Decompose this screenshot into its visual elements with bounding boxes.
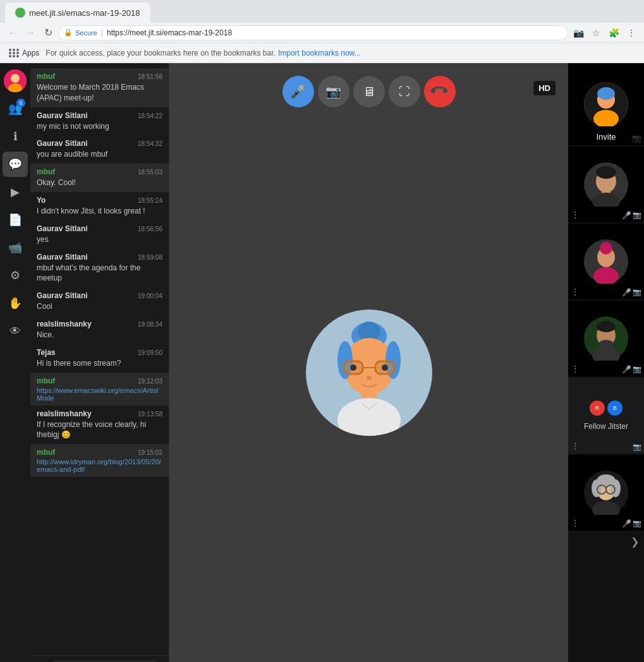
tile-icons: 🎤 📷 — [622, 211, 641, 220]
message-sender: Gaurav Sitlani — [37, 224, 88, 233]
participant-avatar — [584, 239, 628, 284]
sidebar-item-chat[interactable]: 💬 — [3, 152, 28, 177]
mic-muted-icon: 🎤 — [622, 288, 631, 297]
list-item: realslimshanky 19:08:34 Nice. — [30, 316, 169, 344]
participant-tile: ⋮ 🎤 📷 — [568, 147, 644, 222]
mic-icon: 🎤 — [290, 84, 306, 99]
tile-menu-button[interactable]: ⋮ — [571, 287, 580, 297]
browser-tab[interactable]: meet.jit.si/emacs-mar-19-2018 — [5, 3, 150, 23]
tab-favicon — [15, 8, 25, 18]
sidebar-item-settings[interactable]: ⚙ — [3, 263, 28, 288]
hangup-button[interactable]: 📞 — [424, 76, 456, 107]
participant-avatar — [584, 316, 628, 361]
tile-menu-button[interactable]: ⋮ — [571, 364, 580, 374]
hd-badge[interactable]: HD — [533, 81, 556, 95]
tile-menu-button[interactable]: ⋮ — [571, 518, 580, 528]
nav-bar: ← → ↻ 🔒 Secure | https://meet.jit.si/ema… — [0, 23, 644, 43]
microphone-button[interactable]: 🎤 — [283, 76, 314, 107]
message-sender: mbuf — [37, 376, 55, 385]
tile-icons: 📷 — [633, 443, 641, 451]
invite-button[interactable]: Invite — [568, 128, 644, 145]
list-item: Gaurav Sitlani 18:59:08 mbuf what's the … — [30, 249, 169, 288]
sidebar-item-document[interactable]: 📄 — [3, 207, 28, 232]
sidebar-item-video[interactable]: 📹 — [3, 235, 28, 260]
video-controls: 🎤 📷 🖥 ⛶ 📞 — [283, 76, 456, 107]
message-time: 19:08:34 — [138, 321, 162, 328]
tile-menu-button[interactable]: ⋮ — [571, 441, 580, 451]
extension-button[interactable]: 🧩 — [606, 25, 621, 40]
message-header: Gaurav Sitlani 18:54:22 — [37, 111, 162, 120]
svg-point-15 — [382, 364, 388, 371]
document-icon: 📄 — [8, 213, 22, 227]
hangup-icon: 📞 — [428, 81, 451, 103]
speaker-video — [169, 63, 568, 662]
address-bar[interactable]: 🔒 Secure | https://meet.jit.si/emacs-mar… — [58, 25, 568, 40]
message-sender: realslimshanky — [37, 409, 92, 418]
message-link[interactable]: http://www.idryman.org/blog/2013/05/20/e… — [37, 458, 162, 473]
chat-messages-list: mbuf 18:51:58 Welcome to March 2018 Emac… — [30, 63, 169, 655]
menu-button[interactable]: ⋮ — [624, 25, 639, 40]
list-item: mbuf 19:12:03 https://www.emacswiki.org/… — [30, 373, 169, 406]
tile-icons: 🎤 📷 — [622, 519, 641, 528]
fullscreen-button[interactable]: ⛶ — [389, 76, 420, 107]
message-time: 19:15:02 — [138, 449, 162, 456]
import-bookmarks-link[interactable]: Import bookmarks now... — [278, 49, 361, 57]
tile-menu-button[interactable]: ⋮ — [571, 210, 580, 220]
secure-icon: 🔒 — [64, 28, 73, 37]
sidebar-item-eye[interactable]: 👁 — [3, 318, 28, 344]
message-header: Tejas 19:09:50 — [37, 348, 162, 357]
sidebar-item-info[interactable]: ℹ — [3, 124, 28, 149]
list-item: mbuf 19:15:02 http://www.idryman.org/blo… — [30, 444, 169, 477]
nav-actions: 📷 ☆ 🧩 ⋮ — [571, 25, 639, 40]
message-header: realslimshanky 19:08:34 — [37, 320, 162, 328]
message-sender: Yo — [37, 196, 46, 205]
chat-panel: mbuf 18:51:58 Welcome to March 2018 Emac… — [30, 63, 169, 662]
message-time: 18:55:24 — [138, 197, 162, 204]
svg-point-22 — [597, 87, 615, 100]
apps-button[interactable]: Apps — [5, 47, 43, 59]
list-item: Gaurav Sitlani 18:54:22 my mic is not wo… — [30, 107, 169, 136]
list-item: Yo 18:55:24 I didn't know Jitsi, it look… — [30, 192, 169, 220]
sidebar-item-participants[interactable]: 👥 6 — [3, 96, 28, 121]
message-text: Cool — [37, 301, 162, 312]
message-text: Nice. — [37, 330, 162, 340]
camera-muted-icon: 📷 — [633, 365, 641, 374]
mini-avatar: R — [590, 400, 605, 416]
message-text: If I recognize the voice clearly, hi the… — [37, 419, 162, 441]
message-text: Welcome to March 2018 Emacs (APAC) meet-… — [37, 82, 162, 104]
message-sender: Gaurav Sitlani — [37, 291, 88, 300]
message-time: 18:54:32 — [138, 140, 162, 147]
avatar-button[interactable] — [3, 68, 28, 93]
list-item: mbuf 18:51:58 Welcome to March 2018 Emac… — [30, 68, 169, 107]
message-text: you are audible mbuf — [37, 149, 162, 160]
app-container: 👥 6 ℹ 💬 ▶ 📄 📹 ⚙ ✋ 👁 — [0, 63, 644, 662]
apps-icon — [9, 49, 20, 57]
screen-share-button[interactable]: 🖥 — [353, 76, 385, 107]
scroll-indicator[interactable]: ❯ — [631, 536, 639, 548]
bookmark-button[interactable]: ☆ — [588, 25, 604, 40]
sidebar-item-raise-hand[interactable]: ✋ — [3, 291, 28, 316]
forward-button[interactable]: → — [23, 25, 38, 40]
message-header: realslimshanky 19:13:58 — [37, 409, 162, 418]
message-text: Okay. Cool! — [37, 178, 162, 188]
bookmarks-text: For quick access, place your bookmarks h… — [46, 49, 276, 57]
participant-tile-group: R B Fellow Jitster ⋮ 📷 — [568, 378, 644, 454]
camera-action-button[interactable]: 📷 — [571, 25, 586, 40]
list-item: mbuf 18:55:03 Okay. Cool! — [30, 164, 169, 192]
message-sender: mbuf — [37, 448, 55, 457]
message-link[interactable]: https://www.emacswiki.org/emacs/ArtistMo… — [37, 387, 162, 402]
list-item: Gaurav Sitlani 18:56:56 yes — [30, 220, 169, 249]
svg-point-41 — [611, 479, 621, 497]
video-icon: 📹 — [8, 241, 22, 255]
list-item: Gaurav Sitlani 19:00:04 Cool — [30, 287, 169, 316]
mic-muted-icon: 🎤 — [622, 211, 631, 220]
message-time: 18:56:56 — [138, 226, 162, 232]
camera-off-icon: 📷 — [325, 84, 341, 99]
back-button[interactable]: ← — [5, 25, 20, 40]
sidebar-item-play[interactable]: ▶ — [3, 179, 28, 205]
participant-tile: ⋮ 🎤 📷 — [568, 455, 644, 531]
camera-button[interactable]: 📷 — [318, 76, 349, 107]
right-panel: 📷 Invite ⋮ 🎤 — [568, 63, 644, 662]
eye-icon: 👁 — [9, 325, 21, 338]
refresh-button[interactable]: ↻ — [40, 25, 56, 40]
